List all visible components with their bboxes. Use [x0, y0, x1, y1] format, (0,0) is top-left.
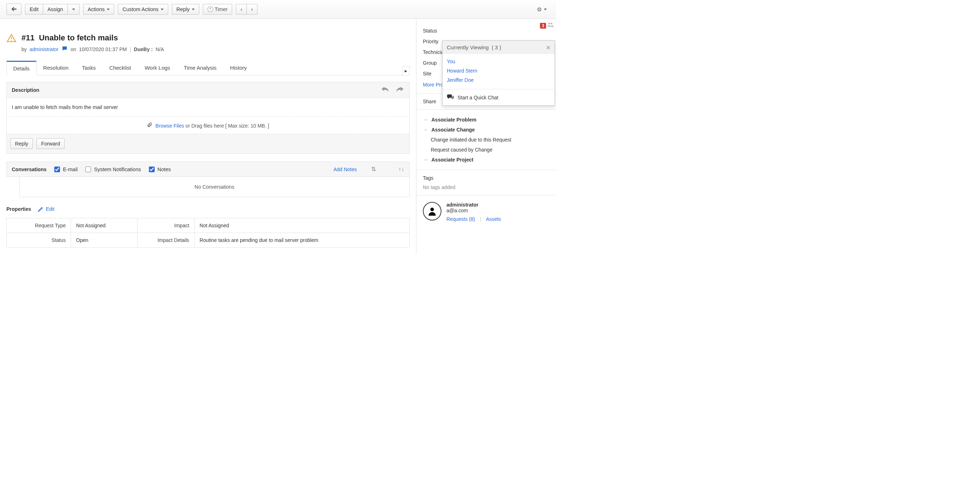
sort-icon[interactable]: ↑↓ — [398, 166, 404, 173]
caret-down-icon — [192, 9, 195, 10]
warning-icon — [6, 33, 16, 44]
chevron-right-icon: ▸ — [405, 68, 407, 73]
actions-button[interactable]: Actions — [83, 4, 115, 15]
prop-value: Open — [71, 233, 137, 248]
table-row: Status Open Impact Details Routine tasks… — [7, 233, 410, 248]
tab-resolution[interactable]: Resolution — [37, 61, 75, 75]
arrow-right-icon: → — [423, 157, 428, 162]
viewers-badge[interactable]: 3 — [540, 21, 554, 30]
timestamp: 10/07/2020 01:37 PM — [79, 46, 127, 52]
status-label: Status — [423, 28, 469, 33]
expand-collapse-icon[interactable]: ⇅ — [371, 166, 376, 173]
table-row: Request Type Not Assigned Impact Not Ass… — [7, 218, 410, 233]
properties-edit-link[interactable]: Edit — [38, 206, 54, 212]
next-button[interactable]: › — [247, 4, 258, 15]
caret-down-icon — [72, 9, 75, 10]
reply-group: Reply — [172, 4, 199, 15]
requester-block: administrator a@a.com Requests (8) | Ass… — [423, 196, 550, 222]
ticket-id: #11 — [21, 33, 35, 42]
requester-assets-link[interactable]: Assets — [486, 216, 501, 222]
viewer-link[interactable]: Howard Stern — [447, 66, 550, 75]
requester-requests-link[interactable]: Requests (8) — [446, 216, 475, 222]
tab-checklist[interactable]: Checklist — [102, 61, 138, 75]
properties-title: Properties — [6, 206, 31, 212]
chevron-left-icon: ‹ — [240, 6, 242, 12]
dueby-label: DueBy : — [134, 46, 153, 52]
filter-notes[interactable]: Notes — [149, 167, 171, 172]
viewer-link[interactable]: You — [447, 57, 550, 66]
assign-button[interactable]: Assign — [43, 4, 68, 15]
reply-button[interactable]: Reply — [172, 4, 199, 15]
no-conversations: No Conversations — [19, 177, 410, 197]
forward-action-button[interactable]: Forward — [37, 138, 65, 149]
tab-details[interactable]: Details — [6, 61, 37, 75]
properties-header: Properties Edit — [6, 206, 410, 212]
drag-text: or Drag files here [ Max size: 10 MB. ] — [184, 123, 269, 129]
chevron-right-icon: › — [251, 6, 253, 12]
tabs: Details Resolution Tasks Checklist Work … — [6, 61, 410, 75]
ticket-header: #11 Unable to fetch mails by administrat… — [6, 25, 410, 56]
requester-name: administrator — [446, 202, 501, 208]
start-chat-button[interactable]: Start a Quick Chat — [442, 89, 555, 105]
tags-title: Tags — [423, 175, 550, 185]
associate-change[interactable]: →Associate Change — [423, 125, 550, 135]
chat-icon — [447, 94, 454, 101]
tab-time-analysis[interactable]: Time Analysis — [177, 61, 223, 75]
forward-arrow-icon[interactable] — [396, 86, 404, 94]
filter-system-notifications[interactable]: System Notifications — [85, 167, 141, 172]
notes-checkbox[interactable] — [149, 167, 154, 172]
add-notes-link[interactable]: Add Notes — [334, 167, 357, 172]
browse-files-link[interactable]: Browse Files — [155, 123, 184, 129]
tags-empty: No tags added — [423, 185, 550, 190]
svg-point-2 — [430, 208, 434, 211]
prop-label: Impact Details — [137, 233, 194, 248]
arrow-right-icon: → — [423, 117, 428, 123]
email-checkbox[interactable] — [54, 167, 60, 172]
tab-history[interactable]: History — [223, 61, 254, 75]
prop-value: Not Assigned — [71, 218, 137, 233]
filter-email[interactable]: E-mail — [54, 167, 78, 172]
properties-table: Request Type Not Assigned Impact Not Ass… — [6, 218, 410, 248]
sidebar: 3 Status Priority Technicia Group Site :… — [416, 19, 556, 254]
back-button[interactable]: 🡨 — [6, 3, 21, 15]
tabs-collapse-button[interactable]: ▸ — [402, 66, 410, 75]
settings-button[interactable]: ⚙ — [534, 5, 550, 14]
currently-viewing-popover: Currently Viewing ( 3 ) × You Howard Ste… — [442, 40, 555, 106]
timer-button[interactable]: Timer — [203, 4, 232, 15]
comment-icon[interactable] — [61, 45, 68, 53]
edit-button[interactable]: Edit — [25, 4, 43, 15]
custom-actions-button[interactable]: Custom Actions — [118, 4, 168, 15]
viewers-count: 3 — [540, 23, 546, 29]
associate-project[interactable]: →Associate Project — [423, 155, 550, 165]
viewer-link[interactable]: Jeniffer Doe — [447, 75, 550, 85]
tab-worklogs[interactable]: Work Logs — [138, 61, 177, 75]
custom-actions-group: Custom Actions — [118, 4, 168, 15]
author-link[interactable]: administrator — [30, 46, 59, 52]
close-icon[interactable]: × — [546, 45, 550, 50]
description-body: I am unable to fetch mails from the mail… — [7, 98, 409, 117]
associate-problem[interactable]: →Associate Problem — [423, 115, 550, 125]
ticket-subheader: by administrator on 10/07/2020 01:37 PM … — [21, 45, 410, 53]
prop-label: Status — [7, 233, 71, 248]
request-caused-link[interactable]: Request caused by Change — [423, 145, 550, 155]
reply-action-button[interactable]: Reply — [10, 138, 33, 149]
arrow-left-icon: 🡨 — [11, 6, 17, 13]
paperclip-icon — [147, 122, 153, 129]
prev-button[interactable]: ‹ — [236, 4, 247, 15]
side-status-row: Status — [423, 25, 550, 36]
reply-arrow-icon[interactable] — [381, 86, 389, 94]
tags-block: Tags No tags added — [423, 170, 550, 195]
tab-tasks[interactable]: Tasks — [75, 61, 102, 75]
dueby-value: N/A — [156, 46, 164, 52]
svg-point-1 — [11, 40, 12, 41]
prop-label: Request Type — [7, 218, 71, 233]
by-label: by — [21, 46, 27, 52]
prop-label: Impact — [137, 218, 194, 233]
change-initiated-link[interactable]: Change initiated due to this Request — [423, 135, 550, 145]
requester-email: a@a.com — [446, 208, 501, 213]
associations: →Associate Problem →Associate Change Cha… — [423, 110, 550, 170]
sysnotif-checkbox[interactable] — [85, 167, 91, 172]
pencil-icon — [38, 206, 44, 212]
attachment-drop-area[interactable]: Browse Files or Drag files here [ Max si… — [7, 117, 409, 134]
assign-caret-button[interactable] — [67, 4, 80, 15]
